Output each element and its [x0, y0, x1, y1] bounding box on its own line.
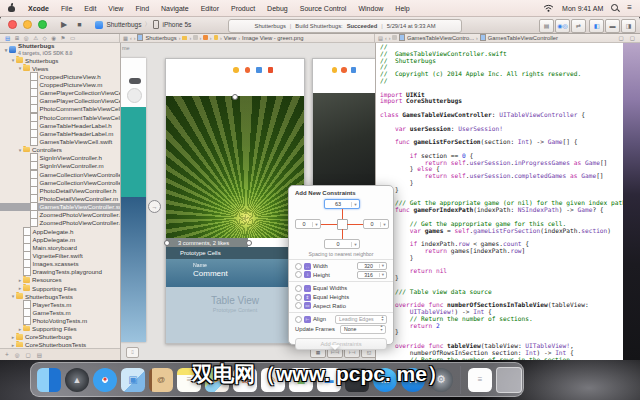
- tree-item-gamestableviewcontroller-swift[interactable]: GamesTableViewController.swift: [0, 203, 120, 211]
- leading-strut[interactable]: [321, 224, 337, 225]
- tree-item-photocommenttableviewcell-h[interactable]: PhotoCommentTableViewCell.h: [0, 105, 120, 113]
- menu-clock[interactable]: Mon 9:41 AM: [562, 5, 603, 12]
- green-flower-image-view[interactable]: [166, 96, 304, 238]
- menu-navigate[interactable]: Navigate: [155, 5, 195, 12]
- tree-item-gameplayercollectionviewcell-h[interactable]: GamePlayerCollectionViewCell.h: [0, 89, 120, 97]
- scheme-selector[interactable]: Shutterbugs 〉 iPhone 5s: [95, 20, 191, 29]
- related-items-icon[interactable]: ▦: [123, 35, 128, 41]
- jump-file[interactable]: GamesTableViewContro...: [407, 35, 474, 41]
- equal-widths-checkbox[interactable]: [295, 285, 302, 292]
- jump-leaf[interactable]: Image View - green.png: [242, 35, 303, 41]
- height-value-field[interactable]: 316▼: [357, 271, 387, 279]
- navigator-panel-button[interactable]: ◧: [589, 19, 604, 33]
- document-outline-toggle[interactable]: ⌷: [126, 347, 139, 358]
- width-checkbox[interactable]: [295, 263, 302, 270]
- tree-item-gamecollectionviewcontroller-h[interactable]: GameCollectionViewController.h: [0, 170, 120, 178]
- menu-product[interactable]: Product: [225, 5, 261, 12]
- height-checkbox[interactable]: [295, 271, 302, 278]
- forward-icon[interactable]: ›: [134, 35, 136, 41]
- view-controller-dock-icon[interactable]: [332, 67, 338, 73]
- debug-area-button[interactable]: ▬: [605, 19, 620, 33]
- tree-item-shutterbugs[interactable]: ▾Shutterbugs: [0, 56, 120, 64]
- standard-editor-button[interactable]: ▤: [539, 19, 554, 33]
- align-checkbox[interactable]: [295, 316, 302, 323]
- tree-item-supporting-files[interactable]: ▸Supporting Files: [0, 325, 120, 333]
- tree-item-images-xcassets[interactable]: Images.xcassets: [0, 260, 120, 268]
- tree-item-photodetailviewcontroller-h[interactable]: PhotoDetailViewController.h: [0, 186, 120, 194]
- menu-xcode[interactable]: Xcode: [22, 5, 55, 12]
- tree-item-vignettefilter-swift[interactable]: VignetteFilter.swift: [0, 251, 120, 259]
- table-view-area[interactable]: Table View Prototype Content: [166, 287, 304, 343]
- related-items-icon[interactable]: ▤: [378, 35, 383, 41]
- selection-handle[interactable]: [164, 240, 170, 246]
- tree-item-appdelegate-m[interactable]: AppDelegate.m: [0, 235, 120, 243]
- segue-arrow-icon[interactable]: →: [148, 200, 161, 213]
- tree-item-main-storyboard[interactable]: Main.storyboard: [0, 243, 120, 251]
- tree-item-signinviewcontroller-h[interactable]: SignInViewController.h: [0, 154, 120, 162]
- add-item-button[interactable]: +: [5, 351, 9, 358]
- aspect-ratio-checkbox[interactable]: [295, 302, 302, 309]
- add-assistant-button[interactable]: ▢: [617, 35, 626, 41]
- cell-comment-label[interactable]: Comment: [193, 269, 228, 278]
- top-strut[interactable]: [342, 209, 343, 219]
- trailing-spacing-field[interactable]: 0▼: [363, 219, 389, 229]
- filter-recent-icon[interactable]: ◎: [15, 352, 20, 358]
- apple-menu-icon[interactable]: [8, 4, 15, 12]
- test-navigator[interactable]: ◇: [43, 34, 47, 42]
- tree-item-coreshutterbugstests[interactable]: ▸CoreShutterbugsTests: [0, 341, 120, 347]
- comments-label[interactable]: 3 comments, 2 likes: [166, 238, 248, 247]
- spotlight-icon[interactable]: [611, 4, 619, 12]
- tree-item-zoomedphotoviewcontroller-h[interactable]: ZoomedPhotoViewController.h: [0, 211, 120, 219]
- tree-item-zoomedphotoviewcontroller-m[interactable]: ZoomedPhotoViewController.m: [0, 219, 120, 227]
- view-controller-dock-icon[interactable]: [233, 67, 239, 73]
- assistant-editor-button[interactable]: ◉◎: [555, 19, 570, 33]
- menu-editor[interactable]: Editor: [195, 5, 225, 12]
- add-constraints-button[interactable]: Add Constraints: [295, 338, 387, 350]
- tree-item-supporting-files[interactable]: ▸Supporting Files: [0, 284, 120, 292]
- back-icon[interactable]: ‹: [385, 35, 387, 41]
- symbol-navigator[interactable]: ⊞: [15, 34, 20, 42]
- tree-item-gameplayercollectionviewcell-m[interactable]: GamePlayerCollectionViewCell.m: [0, 97, 120, 105]
- find-navigator[interactable]: ◎: [24, 34, 29, 42]
- zoom-window-button[interactable]: [38, 20, 47, 29]
- update-frames-select[interactable]: None▲▼: [340, 325, 386, 334]
- tree-item-appdelegate-h[interactable]: AppDelegate.h: [0, 227, 120, 235]
- menu-edit[interactable]: Edit: [78, 5, 102, 12]
- close-window-button[interactable]: [8, 20, 17, 29]
- tree-item-croppedpictureview-m[interactable]: CroppedPictureView.m: [0, 80, 120, 88]
- tree-item-photovotingtests-m[interactable]: PhotoVotingTests.m: [0, 317, 120, 325]
- menu-source-control[interactable]: Source Control: [294, 5, 353, 12]
- tree-item-views[interactable]: ▾Views: [0, 64, 120, 72]
- breakpoint-navigator[interactable]: ⚑: [61, 34, 66, 42]
- utilities-panel-button[interactable]: ◨: [621, 19, 636, 33]
- debug-navigator[interactable]: ◉: [51, 34, 56, 42]
- code-area[interactable]: //// GamesTableViewController.swift// Sh…: [380, 44, 621, 360]
- bottom-strut[interactable]: [342, 229, 343, 239]
- notification-center-icon[interactable]: ≡: [627, 4, 632, 12]
- tree-item-gamecollectionviewcontroller-m[interactable]: GameCollectionViewController.m: [0, 178, 120, 186]
- tree-item-photocommenttableviewcell-m[interactable]: PhotoCommentTableViewCell.m: [0, 113, 120, 121]
- filter-field[interactable]: ▤: [37, 352, 42, 358]
- trailing-strut[interactable]: [347, 224, 363, 225]
- menu-window[interactable]: Window: [352, 5, 389, 12]
- menu-help[interactable]: Help: [389, 5, 415, 12]
- jump-project[interactable]: Shutterbugs: [145, 35, 176, 41]
- bottom-spacing-field[interactable]: 0▼: [324, 239, 360, 249]
- first-responder-dock-icon[interactable]: [245, 67, 251, 73]
- menu-file[interactable]: File: [55, 5, 78, 12]
- minimize-window-button[interactable]: [23, 20, 32, 29]
- selection-handle[interactable]: [232, 94, 238, 100]
- tree-item-playertests-m[interactable]: PlayerTests.m: [0, 300, 120, 308]
- width-value-field[interactable]: 320▼: [357, 262, 387, 270]
- filter-scm-icon[interactable]: ▢: [26, 352, 31, 358]
- leading-spacing-field[interactable]: 0▼: [295, 219, 321, 229]
- equal-heights-checkbox[interactable]: [295, 294, 302, 301]
- wifi-icon[interactable]: [543, 4, 554, 12]
- tree-item-gametableheaderlabel-h[interactable]: GameTableHeaderLabel.h: [0, 121, 120, 129]
- forward-icon[interactable]: ›: [389, 35, 391, 41]
- editor-jump-bar[interactable]: ▤ ‹ › GamesTableViewContro... › GamesTab…: [375, 33, 640, 42]
- exit-dock-icon[interactable]: [351, 67, 357, 73]
- tree-item-coreshutterbugs[interactable]: ▸CoreShutterbugs: [0, 333, 120, 341]
- cell-name-label[interactable]: Name: [193, 262, 207, 268]
- tree-item-croppedpictureview-h[interactable]: CroppedPictureView.h: [0, 72, 120, 80]
